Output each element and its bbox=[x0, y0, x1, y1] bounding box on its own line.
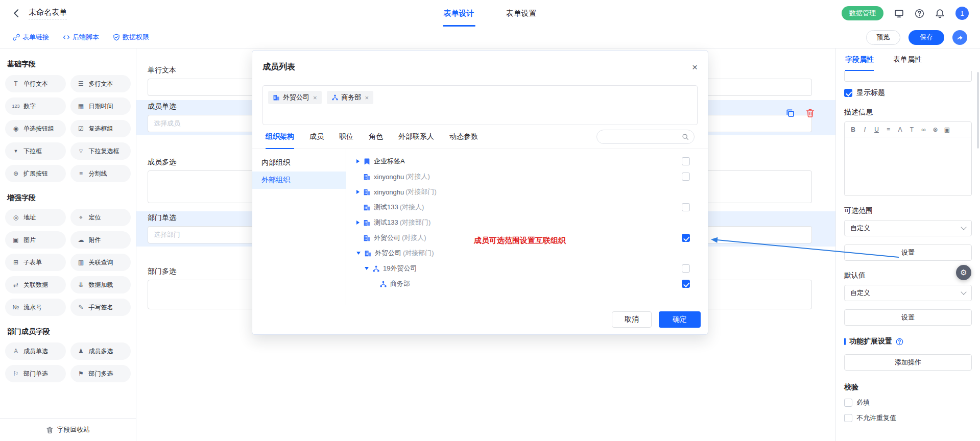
field-title-input[interactable] bbox=[844, 71, 972, 82]
palette-item-subform[interactable]: ⊞子表单 bbox=[5, 254, 66, 271]
tree-row-19waimao[interactable]: 19外贸公司 bbox=[352, 261, 708, 276]
preview-button[interactable]: 预览 bbox=[866, 30, 900, 45]
selected-members-box[interactable]: 外贸公司 × 商务部 × bbox=[262, 85, 698, 125]
back-icon[interactable] bbox=[11, 8, 21, 18]
tab-positions[interactable]: 职位 bbox=[339, 125, 353, 149]
font-color-icon[interactable]: A bbox=[894, 126, 906, 133]
palette-item-multi-select[interactable]: ▽下拉复选框 bbox=[70, 142, 131, 160]
row-checkbox[interactable] bbox=[682, 264, 690, 273]
palette-item-multi-text[interactable]: ☰多行文本 bbox=[70, 75, 131, 92]
publish-share-button[interactable] bbox=[952, 30, 967, 45]
palette-item-member-multi[interactable]: ♟成员多选 bbox=[70, 342, 131, 360]
palette-item-divider[interactable]: ≡分割线 bbox=[70, 165, 131, 182]
data-manage-button[interactable]: 数据管理 bbox=[842, 6, 883, 20]
member-search-input[interactable] bbox=[602, 133, 679, 141]
palette-item-number[interactable]: 123数字 bbox=[5, 97, 66, 115]
row-checkbox-checked[interactable] bbox=[682, 280, 690, 288]
underline-icon[interactable]: U bbox=[871, 126, 882, 133]
notification-bell-icon[interactable] bbox=[935, 9, 945, 18]
copy-field-icon[interactable] bbox=[785, 108, 795, 118]
tab-roles[interactable]: 角色 bbox=[369, 125, 383, 149]
tab-form-settings[interactable]: 表单设置 bbox=[505, 0, 538, 27]
palette-item-signature[interactable]: ✎手写签名 bbox=[70, 299, 131, 316]
form-link-button[interactable]: 表单链接 bbox=[13, 33, 49, 42]
show-title-checkbox[interactable] bbox=[844, 89, 852, 97]
form-title[interactable]: 未命名表单 bbox=[29, 8, 67, 19]
caret-right-icon[interactable] bbox=[356, 159, 360, 163]
palette-item-data-load[interactable]: ⇊数据加载 bbox=[70, 276, 131, 293]
tree-row-waimao-dept[interactable]: 外贸公司 (对接部门) bbox=[352, 246, 708, 261]
delete-field-icon[interactable] bbox=[805, 108, 815, 118]
italic-icon[interactable]: I bbox=[859, 126, 871, 133]
avatar[interactable]: 1 bbox=[955, 7, 969, 20]
palette-item-location[interactable]: ⌖定位 bbox=[70, 209, 131, 226]
row-checkbox-checked[interactable] bbox=[682, 234, 690, 242]
row-checkbox[interactable] bbox=[682, 157, 690, 165]
default-value-select[interactable]: 自定义 bbox=[844, 285, 972, 301]
palette-item-linked-data[interactable]: ⇄关联数据 bbox=[5, 276, 66, 293]
tab-dynamic-params[interactable]: 动态参数 bbox=[449, 125, 478, 149]
tab-form-design[interactable]: 表单设计 bbox=[443, 0, 475, 27]
row-checkbox[interactable] bbox=[682, 173, 690, 181]
palette-item-checkbox-group[interactable]: ☑复选框组 bbox=[70, 120, 131, 137]
panel-scrollbar[interactable] bbox=[977, 72, 979, 149]
palette-item-image[interactable]: ▣图片 bbox=[5, 231, 66, 249]
close-icon[interactable]: × bbox=[692, 62, 698, 72]
cancel-button[interactable]: 取消 bbox=[612, 311, 652, 328]
tab-external-contacts[interactable]: 外部联系人 bbox=[398, 125, 434, 149]
settings-gear-button[interactable]: ⚙ bbox=[956, 265, 971, 280]
tree-row-xinyonghu-contact[interactable]: xinyonghu (对接人) bbox=[352, 169, 708, 184]
caret-down-icon[interactable] bbox=[365, 267, 369, 270]
confirm-button[interactable]: 确定 bbox=[659, 311, 701, 328]
tree-row-test133-dept[interactable]: 测试133 (对接部门) bbox=[352, 215, 708, 230]
palette-item-dept-multi[interactable]: ⚑部门多选 bbox=[70, 365, 131, 382]
tag-remove-icon[interactable]: × bbox=[365, 94, 369, 102]
palette-item-linked-query[interactable]: ▥关联查询 bbox=[70, 254, 131, 271]
tree-row-xinyonghu-dept[interactable]: xinyonghu (对接部门) bbox=[352, 184, 708, 200]
palette-item-single-text[interactable]: T单行文本 bbox=[5, 75, 66, 92]
description-textarea[interactable] bbox=[845, 137, 971, 195]
palette-item-select[interactable]: ▼下拉框 bbox=[5, 142, 66, 160]
range-select[interactable]: 自定义 bbox=[844, 220, 972, 236]
data-permission-button[interactable]: 数据权限 bbox=[113, 33, 149, 42]
palette-item-attachment[interactable]: ☁附件 bbox=[70, 231, 131, 249]
default-set-button[interactable]: 设置 bbox=[844, 309, 972, 326]
backend-script-button[interactable]: 后端脚本 bbox=[63, 33, 99, 42]
palette-item-serial-number[interactable]: №流水号 bbox=[5, 299, 66, 316]
tag-remove-icon[interactable]: × bbox=[313, 94, 317, 102]
palette-item-dept-single[interactable]: ⚐部门单选 bbox=[5, 365, 66, 382]
link-icon[interactable]: ∞ bbox=[918, 126, 929, 133]
align-icon[interactable]: ≡ bbox=[882, 126, 894, 133]
tab-members[interactable]: 成员 bbox=[309, 125, 324, 149]
save-button[interactable]: 保存 bbox=[909, 30, 944, 45]
selected-tag-company[interactable]: 外贸公司 × bbox=[268, 91, 322, 104]
tab-org-structure[interactable]: 组织架构 bbox=[266, 125, 294, 149]
palette-item-address[interactable]: ◎地址 bbox=[5, 209, 66, 226]
tab-field-properties[interactable]: 字段属性 bbox=[845, 48, 874, 71]
insert-image-icon[interactable]: ▣ bbox=[941, 126, 953, 133]
row-checkbox[interactable] bbox=[682, 203, 690, 211]
palette-item-datetime[interactable]: ▦日期时间 bbox=[70, 97, 131, 115]
tree-row-enterprise-tag[interactable]: 企业标签A bbox=[352, 154, 708, 169]
tree-row-test133-contact[interactable]: 测试133 (对接人) bbox=[352, 200, 708, 215]
range-set-button[interactable]: 设置 bbox=[844, 244, 972, 261]
nav-external-org[interactable]: 外部组织 bbox=[252, 172, 346, 189]
required-checkbox[interactable] bbox=[844, 399, 852, 407]
palette-item-extend-button[interactable]: ⊕扩展按钮 bbox=[5, 165, 66, 182]
caret-down-icon[interactable] bbox=[356, 252, 361, 255]
field-recycle-bin[interactable]: 字段回收站 bbox=[0, 418, 136, 441]
add-action-button[interactable]: 添加操作 bbox=[844, 354, 972, 371]
help-icon[interactable] bbox=[915, 9, 924, 18]
font-size-icon[interactable]: T bbox=[906, 126, 918, 133]
clear-format-icon[interactable]: ⊗ bbox=[929, 126, 941, 133]
tab-form-properties[interactable]: 表单属性 bbox=[893, 48, 922, 71]
selected-tag-dept[interactable]: 商务部 × bbox=[327, 91, 374, 104]
device-preview-icon[interactable] bbox=[894, 9, 904, 18]
nav-internal-org[interactable]: 内部组织 bbox=[252, 154, 346, 172]
bold-icon[interactable]: B bbox=[847, 126, 859, 133]
caret-right-icon[interactable] bbox=[356, 190, 360, 194]
extension-help-icon[interactable] bbox=[896, 338, 903, 346]
palette-item-member-single[interactable]: ♙成员单选 bbox=[5, 342, 66, 360]
palette-item-radio-group[interactable]: ◉单选按钮组 bbox=[5, 120, 66, 137]
caret-right-icon[interactable] bbox=[356, 220, 360, 225]
